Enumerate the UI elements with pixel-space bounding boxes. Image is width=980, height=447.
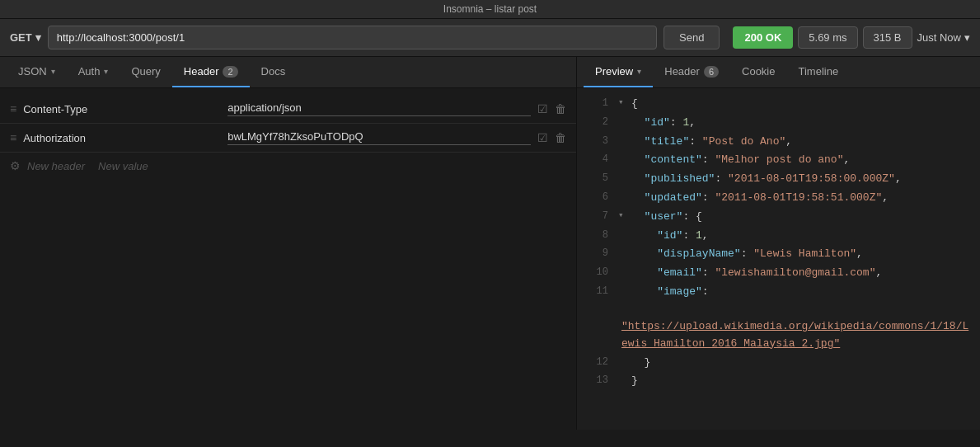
main-layout: JSON ▾ Auth ▾ Query Header 2 Docs ≡ Cont xyxy=(0,57,980,430)
status-badge: 200 OK xyxy=(733,26,793,49)
drag-handle-2[interactable]: ≡ xyxy=(10,131,16,144)
header-actions-1: ☑ 🗑 xyxy=(537,102,566,115)
check-icon-2[interactable]: ☑ xyxy=(537,131,548,144)
tab-timeline[interactable]: Timeline xyxy=(786,57,850,87)
timestamp-chevron: ▾ xyxy=(964,31,970,44)
tab-auth[interactable]: Auth ▾ xyxy=(67,57,120,87)
json-view: 1 ▾ { 2 "id" : 1 , 3 "title" : xyxy=(577,88,980,430)
json-line-2: 2 "id" : 1 , xyxy=(577,114,980,133)
json-line-12: 12 } xyxy=(577,354,980,373)
tab-preview-label: Preview xyxy=(595,65,633,78)
json-line-4: 4 "content" : "Melhor post do ano" , xyxy=(577,151,980,170)
json-line-8: 8 "id" : 1 , xyxy=(577,227,980,246)
json-line-9: 9 "displayName" : "Lewis Hamilton" , xyxy=(577,245,980,264)
tab-json-label: JSON xyxy=(18,65,47,78)
delete-icon-2[interactable]: 🗑 xyxy=(555,131,566,144)
status-group: 200 OK 5.69 ms 315 B Just Now ▾ xyxy=(733,26,970,49)
title-bar: Insomnia – listar post xyxy=(0,0,980,19)
drag-handle-1[interactable]: ≡ xyxy=(10,102,16,115)
tab-preview[interactable]: Preview ▾ xyxy=(584,57,653,87)
line-num-1: 1 xyxy=(584,96,608,111)
json-line-11-link: 11 "https://upload.wikimedia.org/wikiped… xyxy=(577,302,980,354)
tab-response-header-badge: 6 xyxy=(704,66,719,78)
tab-response-header-label: Header xyxy=(664,65,700,78)
header-value-2: bwLMgYf78hZksoPuTODpQ xyxy=(227,130,531,145)
right-panel: Preview ▾ Header 6 Cookie Timeline 1 ▾ { xyxy=(577,57,980,430)
tab-header-label: Header xyxy=(184,65,219,78)
method-chevron: ▾ xyxy=(35,31,41,44)
header-row-authorization: ≡ Authorization bwLMgYf78hZksoPuTODpQ ☑ … xyxy=(0,124,576,153)
timestamp-text: Just Now xyxy=(917,31,961,44)
header-row-content-type: ≡ Content-Type application/json ☑ 🗑 xyxy=(0,95,576,124)
tab-json-chevron: ▾ xyxy=(51,67,55,76)
json-line-5: 5 "published" : "2011-08-01T19:58:00.000… xyxy=(577,170,980,189)
tab-header-badge: 2 xyxy=(223,66,237,78)
tab-cookie-label: Cookie xyxy=(742,65,775,78)
tab-header[interactable]: Header 2 xyxy=(172,57,250,87)
header-list: ≡ Content-Type application/json ☑ 🗑 ≡ Au… xyxy=(0,88,576,430)
tab-timeline-label: Timeline xyxy=(798,65,838,78)
delete-icon-1[interactable]: 🗑 xyxy=(555,102,566,115)
json-line-11: 11 "image" : xyxy=(577,283,980,302)
url-bar: GET ▾ Send 200 OK 5.69 ms 315 B Just Now… xyxy=(0,19,980,57)
header-value-1: application/json xyxy=(227,101,531,116)
check-icon-1[interactable]: ☑ xyxy=(537,102,548,115)
tab-auth-chevron: ▾ xyxy=(104,67,108,76)
json-line-7: 7 ▾ "user" : { xyxy=(577,208,980,227)
method-select[interactable]: GET ▾ xyxy=(10,31,41,44)
new-header-row: ⚙ New header New value xyxy=(0,153,576,179)
json-line-13: 13 } xyxy=(577,372,980,391)
new-header-name-placeholder[interactable]: New header xyxy=(27,160,85,172)
new-header-value-placeholder[interactable]: New value xyxy=(98,160,566,172)
tab-cookie[interactable]: Cookie xyxy=(730,57,786,87)
gear-icon: ⚙ xyxy=(10,159,21,172)
tab-query[interactable]: Query xyxy=(120,57,171,87)
header-name-1: Content-Type xyxy=(23,103,221,115)
header-name-2: Authorization xyxy=(23,132,221,144)
tab-auth-label: Auth xyxy=(78,65,101,78)
tab-docs-label: Docs xyxy=(261,65,286,78)
json-line-10: 10 "email" : "lewishamilton@gmail.com" , xyxy=(577,264,980,283)
tab-query-label: Query xyxy=(131,65,160,78)
json-line-1: 1 ▾ { xyxy=(577,95,980,114)
tab-json[interactable]: JSON ▾ xyxy=(7,57,67,87)
tab-docs[interactable]: Docs xyxy=(250,57,298,87)
timestamp-display[interactable]: Just Now ▾ xyxy=(917,31,970,44)
left-tabs: JSON ▾ Auth ▾ Query Header 2 Docs xyxy=(0,57,576,88)
left-panel: JSON ▾ Auth ▾ Query Header 2 Docs ≡ Cont xyxy=(0,57,577,430)
time-badge: 5.69 ms xyxy=(798,26,857,49)
title-text: Insomnia – listar post xyxy=(443,3,537,15)
right-tabs: Preview ▾ Header 6 Cookie Timeline xyxy=(577,57,980,88)
line-toggle-1[interactable]: ▾ xyxy=(618,96,628,111)
json-line-6: 6 "updated" : "2011-08-01T19:58:51.000Z"… xyxy=(577,189,980,208)
tab-response-header[interactable]: Header 6 xyxy=(653,57,730,87)
url-input[interactable] xyxy=(48,26,657,49)
method-label: GET xyxy=(10,31,32,44)
json-line-3: 3 "title" : "Post do Ano" , xyxy=(577,133,980,152)
send-button[interactable]: Send xyxy=(663,26,720,49)
tab-preview-chevron: ▾ xyxy=(637,67,641,76)
header-actions-2: ☑ 🗑 xyxy=(537,131,566,144)
size-badge: 315 B xyxy=(863,26,912,49)
